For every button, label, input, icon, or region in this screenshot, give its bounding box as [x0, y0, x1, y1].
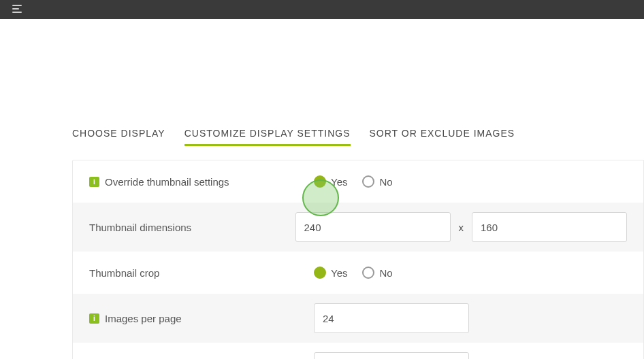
controls-override: Yes No [314, 175, 627, 188]
label-thumbnail-dimensions: Thumbnail dimensions [89, 222, 295, 233]
controls-bordersize [314, 352, 627, 359]
label-text: Thumbnail crop [89, 267, 159, 279]
tab-customize-display-settings[interactable]: CUSTOMIZE DISPLAY SETTINGS [184, 128, 351, 146]
input-border-size[interactable] [314, 352, 469, 359]
radio-icon [314, 267, 326, 279]
radio-crop-no[interactable]: No [362, 267, 392, 279]
content-area: CHOOSE DISPLAY CUSTOMIZE DISPLAY SETTING… [0, 19, 644, 359]
radio-icon [362, 267, 374, 279]
label-text: Thumbnail dimensions [89, 222, 191, 233]
label-text: Override thumbnail settings [105, 176, 229, 188]
radio-label: No [379, 267, 392, 279]
row-border-size: Border size [73, 343, 643, 359]
row-thumbnail-crop: Thumbnail crop Yes No [73, 252, 643, 294]
label-text: Images per page [105, 313, 182, 324]
dimension-separator: x [459, 222, 464, 233]
controls-perpage [314, 303, 627, 333]
radio-label: Yes [331, 267, 347, 279]
settings-panel: i Override thumbnail settings Yes No [72, 160, 644, 359]
radio-override-no[interactable]: No [362, 175, 392, 188]
info-icon[interactable]: i [89, 177, 99, 187]
row-thumbnail-dimensions: Thumbnail dimensions x [73, 203, 643, 252]
label-override-thumbnail: i Override thumbnail settings [89, 176, 314, 188]
controls-crop: Yes No [314, 267, 627, 279]
radio-label: Yes [331, 176, 347, 188]
topbar [0, 0, 644, 19]
row-override-thumbnail: i Override thumbnail settings Yes No [73, 160, 643, 203]
radio-crop-yes[interactable]: Yes [314, 267, 347, 279]
label-images-per-page: i Images per page [89, 313, 314, 324]
radio-icon [314, 175, 326, 188]
radio-override-yes[interactable]: Yes [314, 175, 347, 188]
tab-sort-or-exclude-images[interactable]: SORT OR EXCLUDE IMAGES [370, 128, 515, 146]
tab-choose-display[interactable]: CHOOSE DISPLAY [72, 128, 165, 146]
input-thumbnail-width[interactable] [295, 212, 451, 242]
controls-dimensions: x [295, 212, 628, 242]
input-images-per-page[interactable] [314, 303, 469, 333]
row-images-per-page: i Images per page [73, 294, 643, 343]
radio-icon [362, 175, 374, 188]
label-thumbnail-crop: Thumbnail crop [89, 267, 314, 279]
radio-label: No [379, 176, 392, 188]
radio-group-crop: Yes No [314, 267, 393, 279]
radio-group-override: Yes No [314, 175, 393, 188]
tabs: CHOOSE DISPLAY CUSTOMIZE DISPLAY SETTING… [0, 128, 644, 146]
menu-icon[interactable] [12, 5, 25, 14]
info-icon[interactable]: i [89, 313, 99, 324]
input-thumbnail-height[interactable] [472, 212, 627, 242]
